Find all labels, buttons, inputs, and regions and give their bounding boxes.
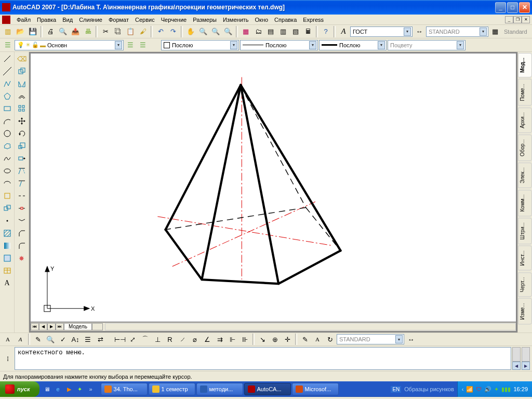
vtab-model[interactable]: Мод... [518,53,532,77]
pline-icon[interactable] [2,78,13,89]
join-icon[interactable] [16,215,28,227]
spell-icon[interactable]: ✓ [57,334,69,345]
move-icon[interactable] [16,115,28,127]
tab-prev[interactable]: ◀ [39,323,47,330]
trim-icon[interactable] [16,165,28,177]
justify-icon[interactable]: ☰ [82,334,94,345]
tol-icon[interactable]: ⊕ [269,334,281,345]
find-icon[interactable]: 🔍 [45,334,56,345]
paste-icon[interactable]: 📋 [125,26,136,37]
open-icon[interactable]: 📂 [15,26,26,37]
zoom-rt-icon[interactable]: 🔍 [197,26,209,37]
dim-arc-icon[interactable]: ⌒ [139,334,151,345]
close-button[interactable]: ✕ [519,2,530,13]
zoom-prev-icon[interactable]: 🔍 [222,26,234,37]
menu-dim[interactable]: Размеры [190,16,220,24]
chamfer-icon[interactable] [16,228,28,239]
menu-view[interactable]: Вид [59,16,76,24]
minimize-button[interactable]: _ [495,2,506,13]
mdi-minimize[interactable]: _ [505,16,513,23]
vtab-arch[interactable]: Архи... [518,108,532,133]
mdi-close[interactable]: ✕ [522,16,530,23]
props-icon[interactable]: ▦ [240,26,251,37]
mtext-tool-icon[interactable]: A [2,334,14,345]
tray-shield-icon[interactable]: 🛡 [476,386,482,392]
menu-express[interactable]: Express [300,16,327,24]
ql-desktop-icon[interactable]: 🖥 [43,384,52,394]
dim-update-icon[interactable]: ↻ [324,334,336,345]
fillet-icon[interactable] [16,240,28,251]
region-icon[interactable] [2,252,13,264]
task-button[interactable]: 1 семестр [149,383,195,395]
dim-dia-icon[interactable]: ⌀ [189,334,201,345]
print-icon[interactable]: 🖨 [45,26,56,37]
tray-chevron-icon[interactable]: ‹ [462,386,464,392]
array-icon[interactable] [16,103,28,114]
explode-icon[interactable]: ✸ [16,252,28,264]
ellipse-icon[interactable] [2,165,13,177]
revcloud-icon[interactable] [2,140,13,152]
menu-modify[interactable]: Изменить [220,16,252,24]
dim-ord-icon[interactable]: ⊥ [152,334,163,345]
scroll-right-icon[interactable]: ▶ [522,362,530,370]
stretch-icon[interactable] [16,153,28,164]
erase-icon[interactable]: ⌫ [16,53,28,64]
color-combo[interactable]: Послою▾ [161,40,239,50]
task-button[interactable]: 34. Tho... [101,383,148,395]
vtab-comm[interactable]: Комм... [518,190,532,216]
convert-icon[interactable]: ⇄ [95,334,106,345]
rect-icon[interactable] [2,103,13,114]
mirror-icon[interactable] [16,78,28,89]
dim-rad-icon[interactable]: R [164,334,176,345]
undo-icon[interactable]: ↶ [155,26,166,37]
rotate-icon[interactable] [16,128,28,139]
textstyle-icon[interactable]: A [338,26,349,37]
dim-tedit-icon[interactable]: A [312,334,323,345]
sheet-icon[interactable]: ▥ [277,26,289,37]
dim-edit-icon[interactable]: ✎ [299,334,311,345]
plotstyle-combo[interactable]: Поцвету▾ [388,40,466,50]
tab-layout[interactable] [92,323,103,330]
new-icon[interactable]: ▥ [2,26,14,37]
leader-icon[interactable]: ↘ [257,334,268,345]
line-icon[interactable] [2,53,13,64]
menu-edit[interactable]: Правка [34,16,59,24]
ellipse-arc-icon[interactable] [2,178,13,189]
vtab-hatch[interactable]: Штри... [518,218,532,244]
copy-obj-icon[interactable] [16,65,28,77]
tray-net-icon[interactable]: 📶 [466,386,473,393]
dim-style-combo[interactable]: STANDARD▾ [426,26,488,37]
arc-icon[interactable] [2,115,13,127]
dim-quick-icon[interactable]: ⇉ [214,334,225,345]
scale-icon[interactable] [16,140,28,152]
text-style-combo[interactable]: ГОСТ▾ [350,26,413,37]
hatch-icon[interactable] [2,228,13,239]
dim-ang-icon[interactable]: ∠ [202,334,213,345]
tray-sig-icon[interactable]: ▮▮▮ [501,386,511,393]
scale-text-icon[interactable]: A↕ [70,334,81,345]
table-icon[interactable] [2,265,13,276]
command-input[interactable]: контекстного меню. [15,347,511,370]
copy-icon[interactable]: ⿻ [112,26,124,37]
block-icon[interactable] [2,203,13,214]
help-icon[interactable]: ? [320,26,331,37]
pan-icon[interactable]: ✋ [185,26,196,37]
clock[interactable]: 16:29 [513,386,528,392]
dimstyle-combo[interactable]: STANDARD▾ [337,334,404,344]
menu-window[interactable]: Окно [252,16,272,24]
drawing-canvas[interactable]: Y X [31,54,516,322]
markup-icon[interactable]: ▧ [290,26,301,37]
vtab-tools[interactable]: Инст... [518,246,532,271]
vtab-elec[interactable]: Элек... [518,163,532,188]
linetype-combo[interactable]: Послою▾ [240,40,318,50]
insert-icon[interactable] [2,190,13,202]
tray-app-icon[interactable]: ✦ [494,386,499,393]
plot-icon[interactable]: 🖶 [82,26,94,37]
dtext-tool-icon[interactable]: A [15,334,26,345]
lineweight-combo[interactable]: Послою▾ [319,40,387,50]
dim-lin-icon[interactable]: ⊢⊣ [114,334,126,345]
dc-icon[interactable]: 🗂 [252,26,264,37]
layer-combo[interactable]: 💡 ☀ 🔓 ▬ Основн ▾ [15,40,124,50]
center-icon[interactable]: ✛ [282,334,293,345]
menu-file[interactable]: Файл [14,16,34,24]
